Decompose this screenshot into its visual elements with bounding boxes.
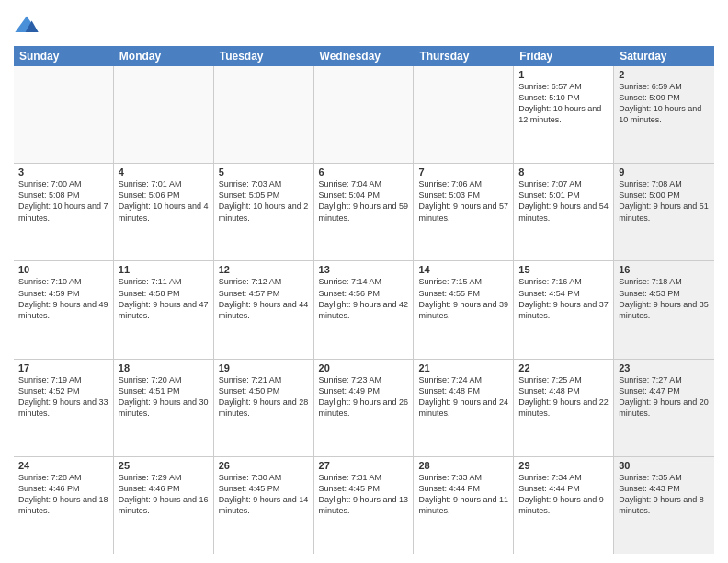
header-day-sunday: Sunday bbox=[14, 46, 114, 66]
day-number: 10 bbox=[18, 264, 108, 275]
day-number: 15 bbox=[518, 264, 609, 275]
calendar-cell: 23Sunrise: 7:27 AM Sunset: 4:47 PM Dayli… bbox=[614, 360, 714, 456]
day-number: 19 bbox=[219, 362, 309, 373]
day-info: Sunrise: 7:31 AM Sunset: 4:45 PM Dayligh… bbox=[319, 472, 409, 517]
day-info: Sunrise: 7:01 AM Sunset: 5:06 PM Dayligh… bbox=[119, 178, 209, 224]
day-info: Sunrise: 7:28 AM Sunset: 4:46 PM Dayligh… bbox=[18, 472, 108, 517]
day-number: 3 bbox=[18, 167, 108, 178]
calendar-header: SundayMondayTuesdayWednesdayThursdayFrid… bbox=[14, 46, 714, 66]
day-info: Sunrise: 7:03 AM Sunset: 5:05 PM Dayligh… bbox=[219, 178, 309, 224]
calendar-cell: 8Sunrise: 7:07 AM Sunset: 5:01 PM Daylig… bbox=[514, 164, 614, 260]
day-number: 11 bbox=[119, 264, 209, 275]
day-info: Sunrise: 7:35 AM Sunset: 4:43 PM Dayligh… bbox=[619, 472, 710, 517]
day-number: 27 bbox=[319, 460, 409, 471]
calendar-cell: 29Sunrise: 7:34 AM Sunset: 4:44 PM Dayli… bbox=[514, 457, 614, 554]
header bbox=[14, 9, 714, 39]
calendar-cell: 11Sunrise: 7:11 AM Sunset: 4:58 PM Dayli… bbox=[114, 261, 214, 358]
day-number: 25 bbox=[119, 460, 209, 471]
day-info: Sunrise: 7:15 AM Sunset: 4:55 PM Dayligh… bbox=[418, 276, 508, 321]
header-day-friday: Friday bbox=[514, 46, 614, 66]
day-number: 23 bbox=[619, 362, 710, 373]
day-number: 17 bbox=[18, 362, 108, 373]
day-info: Sunrise: 7:34 AM Sunset: 4:44 PM Dayligh… bbox=[518, 472, 609, 517]
calendar-cell: 1Sunrise: 6:57 AM Sunset: 5:10 PM Daylig… bbox=[514, 66, 614, 163]
calendar-cell bbox=[114, 66, 214, 163]
day-info: Sunrise: 7:24 AM Sunset: 4:48 PM Dayligh… bbox=[418, 374, 508, 419]
calendar-cell: 20Sunrise: 7:23 AM Sunset: 4:49 PM Dayli… bbox=[314, 360, 415, 456]
calendar-cell: 25Sunrise: 7:29 AM Sunset: 4:46 PM Dayli… bbox=[114, 457, 214, 554]
day-number: 18 bbox=[119, 362, 209, 373]
calendar: SundayMondayTuesdayWednesdayThursdayFrid… bbox=[14, 46, 714, 554]
calendar-cell: 22Sunrise: 7:25 AM Sunset: 4:48 PM Dayli… bbox=[514, 360, 614, 456]
calendar-cell: 4Sunrise: 7:01 AM Sunset: 5:06 PM Daylig… bbox=[114, 164, 214, 260]
header-day-thursday: Thursday bbox=[414, 46, 514, 66]
calendar-cell bbox=[214, 66, 314, 163]
day-number: 12 bbox=[219, 264, 309, 275]
day-number: 8 bbox=[518, 167, 609, 178]
day-info: Sunrise: 7:27 AM Sunset: 4:47 PM Dayligh… bbox=[619, 374, 710, 419]
header-day-wednesday: Wednesday bbox=[314, 46, 415, 66]
day-number: 1 bbox=[518, 69, 609, 80]
calendar-cell: 26Sunrise: 7:30 AM Sunset: 4:45 PM Dayli… bbox=[214, 457, 314, 554]
day-number: 26 bbox=[219, 460, 309, 471]
calendar-cell: 17Sunrise: 7:19 AM Sunset: 4:52 PM Dayli… bbox=[14, 360, 114, 456]
day-info: Sunrise: 7:19 AM Sunset: 4:52 PM Dayligh… bbox=[18, 374, 108, 419]
calendar-cell: 3Sunrise: 7:00 AM Sunset: 5:08 PM Daylig… bbox=[14, 164, 114, 260]
calendar-cell: 30Sunrise: 7:35 AM Sunset: 4:43 PM Dayli… bbox=[614, 457, 714, 554]
day-info: Sunrise: 7:14 AM Sunset: 4:56 PM Dayligh… bbox=[319, 276, 409, 321]
header-day-tuesday: Tuesday bbox=[214, 46, 314, 66]
day-info: Sunrise: 7:08 AM Sunset: 5:00 PM Dayligh… bbox=[619, 178, 710, 224]
day-info: Sunrise: 7:23 AM Sunset: 4:49 PM Dayligh… bbox=[319, 374, 409, 419]
calendar-cell: 2Sunrise: 6:59 AM Sunset: 5:09 PM Daylig… bbox=[614, 66, 714, 163]
day-number: 9 bbox=[619, 167, 710, 178]
calendar-cell: 18Sunrise: 7:20 AM Sunset: 4:51 PM Dayli… bbox=[114, 360, 214, 456]
day-info: Sunrise: 6:57 AM Sunset: 5:10 PM Dayligh… bbox=[518, 81, 609, 126]
day-info: Sunrise: 7:25 AM Sunset: 4:48 PM Dayligh… bbox=[518, 374, 609, 419]
calendar-row-1: 1Sunrise: 6:57 AM Sunset: 5:10 PM Daylig… bbox=[14, 66, 714, 164]
day-number: 29 bbox=[518, 460, 609, 471]
calendar-cell: 10Sunrise: 7:10 AM Sunset: 4:59 PM Dayli… bbox=[14, 261, 114, 358]
calendar-row-3: 10Sunrise: 7:10 AM Sunset: 4:59 PM Dayli… bbox=[14, 261, 714, 359]
day-number: 21 bbox=[418, 362, 508, 373]
calendar-cell: 24Sunrise: 7:28 AM Sunset: 4:46 PM Dayli… bbox=[14, 457, 114, 554]
calendar-cell: 13Sunrise: 7:14 AM Sunset: 4:56 PM Dayli… bbox=[314, 261, 415, 358]
calendar-row-5: 24Sunrise: 7:28 AM Sunset: 4:46 PM Dayli… bbox=[14, 457, 714, 554]
calendar-cell: 27Sunrise: 7:31 AM Sunset: 4:45 PM Dayli… bbox=[314, 457, 415, 554]
day-info: Sunrise: 7:29 AM Sunset: 4:46 PM Dayligh… bbox=[119, 472, 209, 517]
calendar-row-4: 17Sunrise: 7:19 AM Sunset: 4:52 PM Dayli… bbox=[14, 360, 714, 457]
day-number: 24 bbox=[18, 460, 108, 471]
calendar-cell: 5Sunrise: 7:03 AM Sunset: 5:05 PM Daylig… bbox=[214, 164, 314, 260]
calendar-row-2: 3Sunrise: 7:00 AM Sunset: 5:08 PM Daylig… bbox=[14, 164, 714, 261]
logo-icon bbox=[14, 13, 40, 39]
day-number: 5 bbox=[219, 167, 309, 178]
day-number: 28 bbox=[418, 460, 508, 471]
calendar-cell bbox=[414, 66, 514, 163]
day-number: 22 bbox=[518, 362, 609, 373]
day-number: 6 bbox=[319, 167, 409, 178]
day-info: Sunrise: 7:11 AM Sunset: 4:58 PM Dayligh… bbox=[119, 276, 209, 321]
calendar-cell bbox=[14, 66, 114, 163]
day-info: Sunrise: 7:12 AM Sunset: 4:57 PM Dayligh… bbox=[219, 276, 309, 321]
day-info: Sunrise: 7:20 AM Sunset: 4:51 PM Dayligh… bbox=[119, 374, 209, 419]
calendar-cell: 7Sunrise: 7:06 AM Sunset: 5:03 PM Daylig… bbox=[414, 164, 514, 260]
logo bbox=[14, 13, 43, 39]
day-info: Sunrise: 7:18 AM Sunset: 4:53 PM Dayligh… bbox=[619, 276, 710, 321]
day-info: Sunrise: 7:30 AM Sunset: 4:45 PM Dayligh… bbox=[219, 472, 309, 517]
calendar-cell: 15Sunrise: 7:16 AM Sunset: 4:54 PM Dayli… bbox=[514, 261, 614, 358]
calendar-cell: 21Sunrise: 7:24 AM Sunset: 4:48 PM Dayli… bbox=[414, 360, 514, 456]
calendar-cell bbox=[314, 66, 415, 163]
header-day-monday: Monday bbox=[114, 46, 214, 66]
day-info: Sunrise: 7:33 AM Sunset: 4:44 PM Dayligh… bbox=[418, 472, 508, 517]
page: SundayMondayTuesdayWednesdayThursdayFrid… bbox=[0, 0, 728, 563]
day-number: 7 bbox=[418, 167, 508, 178]
day-number: 16 bbox=[619, 264, 710, 275]
day-info: Sunrise: 6:59 AM Sunset: 5:09 PM Dayligh… bbox=[619, 81, 710, 126]
day-info: Sunrise: 7:21 AM Sunset: 4:50 PM Dayligh… bbox=[219, 374, 309, 419]
calendar-cell: 28Sunrise: 7:33 AM Sunset: 4:44 PM Dayli… bbox=[414, 457, 514, 554]
calendar-cell: 14Sunrise: 7:15 AM Sunset: 4:55 PM Dayli… bbox=[414, 261, 514, 358]
calendar-body: 1Sunrise: 6:57 AM Sunset: 5:10 PM Daylig… bbox=[14, 66, 714, 554]
day-info: Sunrise: 7:06 AM Sunset: 5:03 PM Dayligh… bbox=[418, 178, 508, 224]
day-number: 14 bbox=[418, 264, 508, 275]
day-info: Sunrise: 7:10 AM Sunset: 4:59 PM Dayligh… bbox=[18, 276, 108, 321]
day-info: Sunrise: 7:16 AM Sunset: 4:54 PM Dayligh… bbox=[518, 276, 609, 321]
